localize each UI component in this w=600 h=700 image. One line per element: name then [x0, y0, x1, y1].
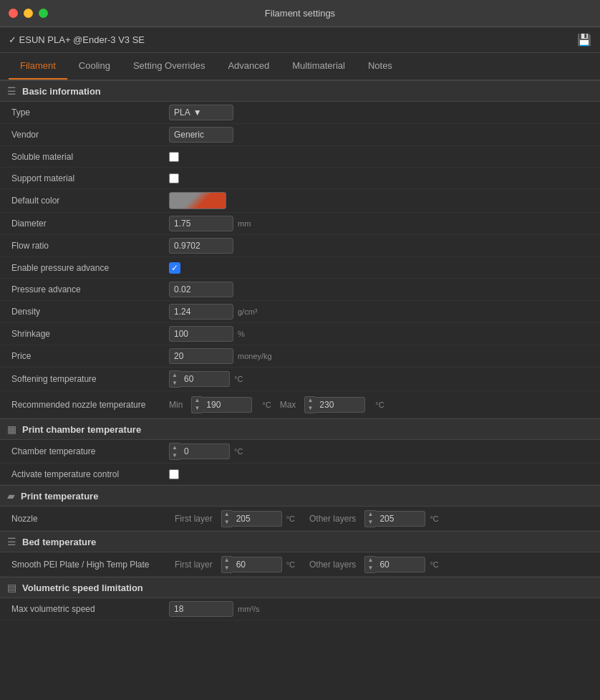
rec-nozzle-max-input[interactable]: [315, 397, 365, 413]
rec-nozzle-max-arrows[interactable]: ▲ ▼: [304, 396, 315, 413]
shrinkage-label: Shrinkage: [11, 329, 169, 339]
chamber-temp-up[interactable]: ▲: [170, 444, 180, 451]
softening-temp-up-arrow[interactable]: ▲: [170, 371, 180, 379]
nozzle-row: Nozzle First layer ▲ ▼ °C Other layers ▲…: [0, 507, 600, 531]
checkmark-icon: ✓: [171, 263, 178, 273]
softening-temp-spin: ▲ ▼: [169, 370, 230, 388]
rec-nozzle-min-down[interactable]: ▼: [192, 405, 202, 413]
chamber-temp-label: Chamber temperature: [11, 446, 169, 456]
nozzle-other-layers-arrows[interactable]: ▲ ▼: [364, 510, 375, 527]
tab-notes[interactable]: Notes: [357, 53, 404, 80]
chamber-temp-spin: ▲ ▼: [169, 443, 230, 460]
max-vol-speed-input[interactable]: [169, 601, 233, 617]
nozzle-label: Nozzle: [11, 514, 169, 524]
rec-nozzle-row: Recommended nozzle temperature Min ▲ ▼ °…: [0, 391, 600, 418]
nozzle-other-layers-label: Other layers: [309, 514, 356, 524]
smooth-pei-row: Smooth PEI Plate / High Temp Plate First…: [0, 552, 600, 577]
rec-nozzle-max-up[interactable]: ▲: [305, 397, 315, 405]
tab-multimaterial[interactable]: Multimaterial: [281, 53, 357, 80]
smooth-pei-other-layers-label: Other layers: [309, 560, 356, 570]
rec-nozzle-min-spin: ▲ ▼: [191, 396, 252, 413]
smooth-pei-other-layers-down[interactable]: ▼: [365, 565, 375, 572]
nozzle-first-layer-unit: °C: [286, 514, 295, 523]
tab-filament[interactable]: Filament: [9, 53, 67, 80]
nozzle-other-layers-down[interactable]: ▼: [365, 519, 375, 527]
minimize-button[interactable]: [24, 9, 33, 18]
tab-cooling[interactable]: Cooling: [67, 53, 122, 80]
print-temp-section-header[interactable]: ▰ Print temperature: [0, 485, 600, 507]
softening-temp-arrows[interactable]: ▲ ▼: [169, 370, 180, 388]
nozzle-first-layer-down[interactable]: ▼: [222, 519, 232, 527]
nozzle-first-layer-input[interactable]: [232, 511, 282, 527]
softening-temp-row: Softening temperature ▲ ▼ °C: [0, 368, 600, 391]
chamber-temp-down[interactable]: ▼: [170, 451, 180, 459]
nozzle-first-layer-group: ▲ ▼ °C: [221, 510, 295, 527]
flow-ratio-row: Flow ratio: [0, 235, 600, 257]
smooth-pei-first-layer-spin: ▲ ▼: [221, 556, 282, 573]
basic-info-title: Basic information: [22, 86, 101, 97]
pressure-advance-checkbox[interactable]: ✓: [169, 262, 180, 274]
density-value: g/cm³: [169, 304, 258, 320]
title-bar: Filament settings: [0, 0, 600, 27]
traffic-lights: [9, 9, 48, 18]
vendor-input[interactable]: [169, 127, 233, 143]
smooth-pei-first-layer-down[interactable]: ▼: [222, 565, 232, 572]
price-unit: money/kg: [238, 352, 272, 360]
close-button[interactable]: [9, 9, 18, 18]
pressure-advance-enable-value: ✓: [169, 262, 180, 274]
type-dropdown-arrow: ▼: [193, 107, 202, 118]
nozzle-other-layers-up[interactable]: ▲: [365, 511, 375, 519]
color-swatch[interactable]: [169, 192, 226, 209]
basic-info-section-header[interactable]: ☰ Basic information: [0, 80, 600, 102]
softening-temp-down-arrow[interactable]: ▼: [170, 379, 180, 387]
smooth-pei-other-layers-up[interactable]: ▲: [365, 557, 375, 565]
softening-temp-input[interactable]: [180, 371, 230, 387]
density-input[interactable]: [169, 304, 233, 320]
nozzle-first-layer-label: First layer: [175, 514, 213, 524]
bed-temp-icon: ☰: [7, 536, 16, 547]
soluble-material-checkbox[interactable]: [169, 152, 179, 162]
price-row: Price money/kg: [0, 345, 600, 368]
vol-speed-icon: ▤: [7, 582, 16, 593]
vol-speed-section-header[interactable]: ▤ Volumetric speed limitation: [0, 577, 600, 598]
smooth-pei-first-layer-up[interactable]: ▲: [222, 557, 232, 565]
shrinkage-input[interactable]: [169, 326, 233, 342]
nozzle-first-layer-arrows[interactable]: ▲ ▼: [221, 510, 232, 527]
smooth-pei-first-layer-input[interactable]: [232, 557, 282, 572]
vol-speed-title: Volumetric speed limitation: [22, 582, 143, 593]
rec-nozzle-min-up[interactable]: ▲: [192, 397, 202, 405]
support-material-checkbox[interactable]: [169, 173, 179, 183]
chamber-temp-arrows[interactable]: ▲ ▼: [169, 443, 180, 460]
price-input[interactable]: [169, 348, 233, 364]
smooth-pei-first-layer-arrows[interactable]: ▲ ▼: [221, 556, 232, 573]
chamber-temp-input[interactable]: [180, 444, 230, 459]
smooth-pei-first-layer-group: ▲ ▼ °C: [221, 556, 295, 573]
tab-advanced[interactable]: Advanced: [216, 53, 281, 80]
density-unit: g/cm³: [238, 307, 258, 316]
rec-nozzle-min-arrows[interactable]: ▲ ▼: [191, 396, 202, 413]
smooth-pei-other-layers-unit: °C: [430, 560, 438, 569]
smooth-pei-other-layers-arrows[interactable]: ▲ ▼: [364, 556, 375, 573]
maximize-button[interactable]: [39, 9, 48, 18]
diameter-input[interactable]: [169, 216, 233, 231]
type-dropdown[interactable]: PLA ▼: [169, 105, 233, 120]
print-temp-icon: ▰: [7, 490, 15, 502]
nozzle-other-layers-input[interactable]: [375, 511, 425, 527]
profile-name[interactable]: ✓ ESUN PLA+ @Ender-3 V3 SE: [9, 34, 145, 45]
basic-info-icon: ☰: [7, 85, 16, 97]
rec-nozzle-max-unit: °C: [375, 401, 384, 409]
print-chamber-section-header[interactable]: ▦ Print chamber temperature: [0, 418, 600, 440]
shrinkage-row: Shrinkage %: [0, 323, 600, 345]
nozzle-first-layer-up[interactable]: ▲: [222, 511, 232, 519]
smooth-pei-other-layers-input[interactable]: [375, 557, 425, 572]
print-chamber-title: Print chamber temperature: [22, 424, 141, 435]
bed-temp-section-header[interactable]: ☰ Bed temperature: [0, 531, 600, 552]
rec-nozzle-max-down[interactable]: ▼: [305, 405, 315, 413]
default-color-label: Default color: [11, 196, 169, 206]
rec-nozzle-min-input[interactable]: [202, 397, 252, 413]
save-icon[interactable]: 💾: [577, 33, 591, 47]
activate-temp-control-checkbox[interactable]: [169, 469, 179, 479]
flow-ratio-input[interactable]: [169, 238, 233, 254]
pressure-advance-input[interactable]: [169, 282, 233, 297]
tab-setting-overrides[interactable]: Setting Overrides: [122, 53, 216, 80]
